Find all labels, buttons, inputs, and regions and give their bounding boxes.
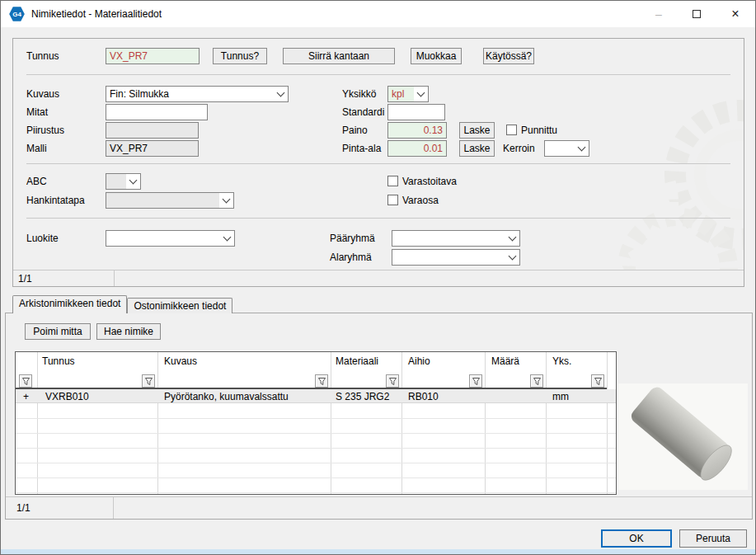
row-kuvaus: Pyörötanko, kuumavalssattu [164,389,289,403]
tunnus-question-button[interactable]: Tunnus? [213,48,267,64]
filter-button[interactable] [591,374,604,388]
hae-nimike-button[interactable]: Hae nimike [96,323,161,340]
form-pager-strip: 1/1 [13,270,744,286]
punnittu-checkbox[interactable] [506,125,517,135]
yksikko-value: kpl [388,87,414,101]
col-header-maara[interactable]: Määrä [491,355,519,368]
filter-button[interactable] [142,374,155,388]
table-pager: 1/1 [6,497,752,519]
cancel-button[interactable]: Peruuta [679,529,747,548]
chevron-down-icon [505,231,519,246]
hankintatapa-label: Hankintatapa [26,192,85,209]
form-pager: 1/1 [13,270,744,287]
luokite-select[interactable] [106,230,235,247]
piirustus-label: Piirustus [26,122,64,139]
maximize-button[interactable] [678,1,716,27]
col-header-yks[interactable]: Yks. [552,355,571,368]
filter-button[interactable] [315,374,328,388]
table-row[interactable]: + VXRB010 Pyörötanko, kuumavalssattu S 2… [16,389,616,403]
funnel-icon [533,377,542,386]
muokkaa-button[interactable]: Muokkaa [411,48,462,64]
ok-button[interactable]: OK [601,529,672,548]
part-preview-image [618,383,748,490]
pinta-ala-label: Pinta-ala [342,140,381,157]
col-header-tunnus[interactable]: Tunnus [42,355,75,368]
row-yks: mm [552,389,569,403]
divider [114,270,115,287]
row-aihio: RB010 [408,389,439,403]
mitat-label: Mitat [26,104,48,120]
col-header-kuvaus[interactable]: Kuvaus [164,355,197,368]
bottom-edge-band [1,549,755,554]
pinta-ala-input[interactable]: 0.01 [387,140,447,157]
row-tunnus: VXRB010 [45,389,89,403]
paino-label: Paino [342,122,368,139]
alaryhma-select[interactable] [392,249,520,266]
kuvaus-value: Fin: Silmukka [106,87,274,101]
mitat-input[interactable] [106,104,208,120]
poimi-mitta-button[interactable]: Poimi mitta [25,323,91,340]
close-button[interactable]: × [716,1,754,27]
tunnus-input[interactable]: VX_PR7 [106,48,200,64]
gear-watermark [575,96,744,286]
tab-ostonimikkeen-tiedot[interactable]: Ostonimikkeen tiedot [127,298,232,313]
paaryhma-select[interactable] [392,230,520,247]
chevron-down-icon [505,250,519,265]
laske-paino-button[interactable]: Laske [459,122,495,139]
tab-strip: Arkistonimikkeen tiedot Ostonimikkeen ti… [12,295,232,313]
luokite-label: Luokite [26,230,59,247]
funnel-icon [21,377,31,386]
funnel-icon [594,377,603,386]
filter-button[interactable] [386,374,399,388]
chevron-down-icon [575,141,589,156]
chevron-down-icon [274,87,288,101]
kerroin-select[interactable] [544,140,589,157]
varaosa-checkbox[interactable] [387,195,398,205]
kuvaus-select[interactable]: Fin: Silmukka [106,86,289,102]
minimize-button[interactable]: – [640,1,678,27]
col-header-materiaali[interactable]: Materiaali [336,355,378,368]
kaytossa-button[interactable]: Käytössä? [483,48,534,64]
chevron-down-icon [126,174,140,189]
row-materiaali: S 235 JRG2 [336,389,389,403]
piirustus-input [106,122,199,139]
titlebar[interactable]: G4 Nimiketiedot - Materiaalitiedot – × [1,1,755,27]
hankintatapa-select[interactable] [106,192,234,209]
col-header-aihio[interactable]: Aihio [408,355,430,368]
abc-select[interactable] [106,173,141,190]
standardi-input[interactable] [387,104,445,120]
archive-items-table: Tunnus Kuvaus Materiaali Aihio Määrä Yks… [15,351,617,495]
varastoitava-label: Varastoitava [402,173,457,190]
material-form-panel: Tunnus VX_PR7 Tunnus? Siirrä kantaan Muo… [12,38,744,287]
yksikko-select[interactable]: kpl [387,86,429,102]
filter-button[interactable] [19,374,32,388]
paino-input[interactable]: 0.13 [387,122,447,139]
maximize-icon [693,10,701,18]
chevron-down-icon [414,87,428,101]
malli-input: VX_PR7 [106,140,199,157]
divider [113,497,114,519]
row-expand-icon[interactable]: + [23,389,29,403]
minimize-icon: – [655,7,662,21]
malli-label: Malli [26,140,47,157]
close-icon: × [731,7,739,21]
standardi-label: Standardi [342,104,384,120]
laske-pinta-ala-button[interactable]: Laske [459,140,495,157]
filter-button[interactable] [530,374,543,388]
tab-arkistonimikkeen-tiedot[interactable]: Arkistonimikkeen tiedot [12,295,127,313]
filter-button[interactable] [469,374,482,388]
separator [26,163,730,164]
separator [26,218,730,219]
funnel-icon [317,377,326,386]
abc-label: ABC [26,173,47,190]
kerroin-label: Kerroin [503,140,535,157]
chevron-down-icon [219,193,233,208]
tunnus-label: Tunnus [26,48,59,64]
varaosa-label: Varaosa [402,192,439,209]
dialog-nimiketiedot: G4 Nimiketiedot - Materiaalitiedot – × T… [0,0,756,555]
yksikko-label: Yksikkö [342,86,376,102]
varastoitava-checkbox[interactable] [387,176,398,186]
siirra-kantaan-button[interactable]: Siirrä kantaan [283,48,395,64]
kuvaus-label: Kuvaus [26,86,59,102]
alaryhma-label: Alaryhmä [330,249,372,266]
